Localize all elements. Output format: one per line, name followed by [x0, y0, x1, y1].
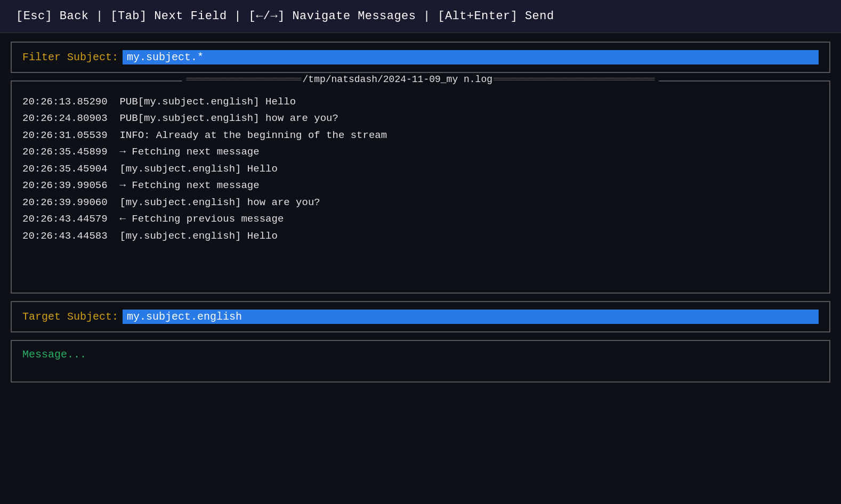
filter-box: Filter Subject: my.subject.*: [11, 42, 830, 73]
log-line: 20:26:39.99060 [my.subject.english] how …: [22, 195, 819, 210]
log-line: 20:26:31.05539 INFO: Already at the begi…: [22, 128, 819, 143]
main-container: Filter Subject: my.subject.* /tmp/natsda…: [0, 33, 841, 391]
message-input[interactable]: Message...: [22, 348, 86, 361]
log-lines: 20:26:13.85290 PUB[my.subject.english] H…: [22, 94, 819, 244]
filter-label: Filter Subject:: [22, 51, 118, 63]
log-line: 20:26:35.45899 → Fetching next message: [22, 144, 819, 160]
toolbar: [Esc] Back | [Tab] Next Field | [←/→] Na…: [0, 0, 841, 33]
log-line: 20:26:35.45904 [my.subject.english] Hell…: [22, 161, 819, 177]
log-line: 20:26:43.44583 [my.subject.english] Hell…: [22, 229, 819, 244]
target-label: Target Subject:: [22, 311, 118, 323]
log-line: 20:26:39.99056 → Fetching next message: [22, 178, 819, 193]
log-line: 20:26:43.44579 ← Fetching previous messa…: [22, 212, 819, 227]
message-box[interactable]: Message...: [11, 340, 830, 383]
log-line: 20:26:24.80903 PUB[my.subject.english] h…: [22, 111, 819, 126]
log-line: 20:26:13.85290 PUB[my.subject.english] H…: [22, 94, 819, 110]
log-container: /tmp/natsdash/2024-11-09_my n.log 20:26:…: [11, 80, 830, 294]
target-input[interactable]: my.subject.english: [123, 310, 819, 324]
toolbar-label: [Esc] Back | [Tab] Next Field | [←/→] Na…: [16, 10, 554, 23]
filter-input[interactable]: my.subject.*: [123, 50, 819, 64]
target-box: Target Subject: my.subject.english: [11, 301, 830, 332]
log-title: /tmp/natsdash/2024-11-09_my n.log: [182, 74, 659, 85]
